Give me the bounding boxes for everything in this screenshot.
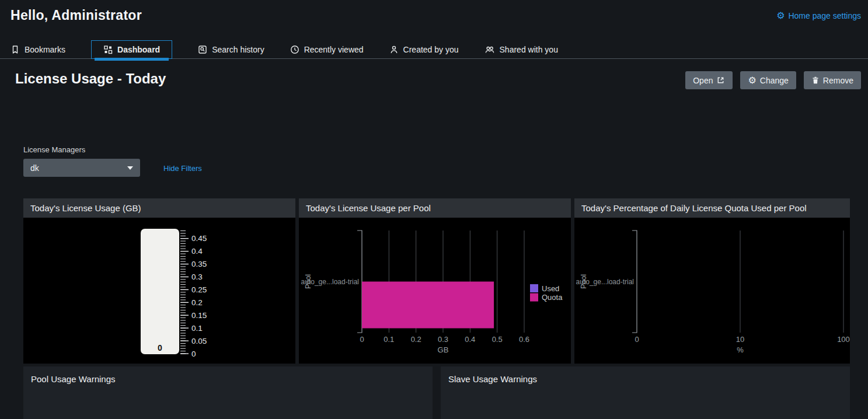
svg-text:%: %: [737, 345, 744, 354]
svg-text:0.15: 0.15: [191, 311, 207, 320]
tab-label: Created by you: [403, 45, 459, 54]
change-button-label: Change: [760, 76, 789, 85]
license-managers-label: License Managers: [23, 145, 85, 154]
chevron-down-icon: [127, 166, 133, 170]
gear-icon: ⚙: [776, 11, 785, 20]
tab-search-history[interactable]: Search history: [198, 40, 264, 59]
remove-button-label: Remove: [823, 76, 853, 85]
bar-chart-quota-percent: 010100%Poolauto_ge...load-trial: [574, 218, 850, 364]
app-root: Hello, Administrator ⚙ Home page setting…: [0, 0, 868, 419]
svg-text:10: 10: [736, 335, 744, 344]
people-icon: [484, 45, 495, 54]
panel-title: Slave Usage Warnings: [441, 366, 850, 384]
panel-title: Pool Usage Warnings: [23, 366, 433, 384]
svg-text:0.05: 0.05: [191, 337, 207, 345]
svg-text:Quota: Quota: [542, 293, 563, 302]
svg-text:0.45: 0.45: [191, 234, 207, 243]
tab-dashboard[interactable]: Dashboard: [91, 40, 172, 59]
svg-text:auto_ge...load-trial: auto_ge...load-trial: [301, 278, 359, 286]
tab-label: Recently viewed: [304, 45, 364, 54]
panel-quota-percent-per-pool: Today's Percentage of Daily License Quot…: [574, 198, 850, 364]
page-title: License Usage - Today: [15, 71, 166, 87]
home-page-settings-label: Home page settings: [788, 11, 861, 20]
gear-icon: ⚙: [748, 76, 756, 85]
svg-text:Used: Used: [542, 284, 559, 293]
person-icon: [389, 45, 399, 54]
remove-button[interactable]: Remove: [804, 71, 861, 89]
change-button[interactable]: ⚙ Change: [740, 71, 796, 89]
svg-text:0.5: 0.5: [492, 335, 503, 344]
svg-text:0: 0: [360, 335, 364, 344]
trash-icon: [811, 76, 820, 85]
bar-chart-usage-per-pool: 00.10.20.30.40.50.6GBPoolauto_ge...load-…: [299, 218, 571, 364]
svg-text:0.25: 0.25: [191, 285, 207, 294]
license-managers-dropdown[interactable]: dk: [23, 159, 140, 177]
panel-slave-usage-warnings: Slave Usage Warnings: [441, 366, 850, 419]
svg-text:0.2: 0.2: [411, 335, 421, 344]
svg-text:0.3: 0.3: [438, 335, 448, 344]
svg-text:100: 100: [837, 335, 850, 344]
tab-label: Shared with you: [500, 45, 558, 54]
dropdown-selected-value: dk: [30, 163, 39, 173]
panel-license-usage-gauge: Today's License Usage (GB) 000.050.10.15…: [23, 198, 295, 364]
tab-label: Dashboard: [117, 45, 160, 54]
page-greeting: Hello, Administrator: [11, 8, 142, 23]
svg-text:0.3: 0.3: [191, 273, 203, 281]
svg-text:0: 0: [191, 350, 196, 358]
tab-created-by-you[interactable]: Created by you: [389, 40, 459, 59]
panel-title: Today's License Usage per Pool: [299, 198, 571, 218]
clock-icon: [290, 45, 299, 54]
svg-text:0.4: 0.4: [465, 335, 475, 344]
tab-bar: Bookmarks Dashboard Search history: [0, 40, 868, 59]
svg-text:auto_ge...load-trial: auto_ge...load-trial: [576, 278, 634, 286]
tab-recently-viewed[interactable]: Recently viewed: [290, 40, 364, 59]
svg-text:0.35: 0.35: [191, 260, 207, 268]
panel-title: Today's Percentage of Daily License Quot…: [574, 198, 850, 218]
svg-text:GB: GB: [438, 345, 449, 354]
tab-bookmarks[interactable]: Bookmarks: [11, 40, 65, 59]
dashboard-toolbar: Open ⚙ Change Remove: [685, 71, 861, 89]
tab-label: Bookmarks: [25, 45, 65, 54]
tab-label: Search history: [212, 45, 264, 54]
svg-text:0: 0: [635, 335, 639, 344]
svg-text:0.1: 0.1: [191, 324, 203, 333]
svg-text:0.4: 0.4: [191, 247, 203, 256]
open-button-label: Open: [693, 76, 713, 85]
svg-text:0: 0: [158, 343, 162, 352]
gauge-chart: 000.050.10.150.20.250.30.350.40.45: [23, 218, 295, 364]
svg-text:0.1: 0.1: [384, 335, 394, 344]
panel-usage-per-pool: Today's License Usage per Pool 00.10.20.…: [299, 198, 571, 364]
svg-text:0.6: 0.6: [519, 335, 529, 344]
svg-text:0.2: 0.2: [191, 298, 203, 307]
bookmark-icon: [11, 45, 20, 54]
panel-pool-usage-warnings: Pool Usage Warnings: [23, 366, 433, 419]
hide-filters-link[interactable]: Hide Filters: [163, 164, 202, 173]
dashboard-icon: [103, 45, 113, 54]
tab-shared-with-you[interactable]: Shared with you: [484, 40, 558, 59]
panel-title: Today's License Usage (GB): [23, 198, 295, 218]
open-button[interactable]: Open: [685, 71, 733, 89]
external-link-icon: [716, 76, 725, 85]
home-page-settings-link[interactable]: ⚙ Home page settings: [776, 11, 861, 20]
search-history-icon: [198, 45, 207, 54]
